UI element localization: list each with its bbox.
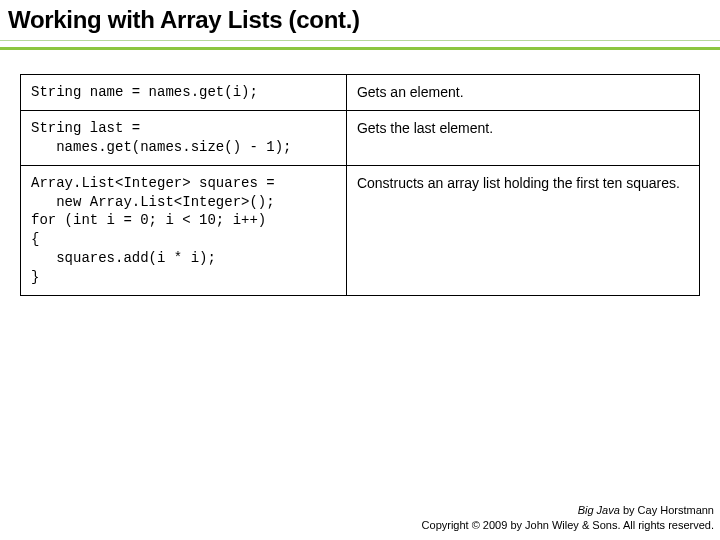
footer-line-1: Big Java by Cay Horstmann [422,503,714,517]
code-cell: String name = names.get(i); [21,75,347,111]
content-area: String name = names.get(i); Gets an elem… [0,50,720,296]
desc-cell: Constructs an array list holding the fir… [346,165,699,295]
title-underline [0,40,720,50]
api-table: String name = names.get(i); Gets an elem… [20,74,700,296]
book-author: by Cay Horstmann [620,504,714,516]
desc-cell: Gets an element. [346,75,699,111]
footer: Big Java by Cay Horstmann Copyright © 20… [422,503,714,532]
table-row: String last = names.get(names.size() - 1… [21,110,700,165]
footer-line-2: Copyright © 2009 by John Wiley & Sons. A… [422,518,714,532]
book-title: Big Java [578,504,620,516]
desc-cell: Gets the last element. [346,110,699,165]
code-cell: Array.List<Integer> squares = new Array.… [21,165,347,295]
title-wrap: Working with Array Lists (cont.) [0,0,720,34]
slide: Working with Array Lists (cont.) String … [0,0,720,540]
slide-title: Working with Array Lists (cont.) [8,6,712,34]
table-row: Array.List<Integer> squares = new Array.… [21,165,700,295]
table-row: String name = names.get(i); Gets an elem… [21,75,700,111]
code-cell: String last = names.get(names.size() - 1… [21,110,347,165]
